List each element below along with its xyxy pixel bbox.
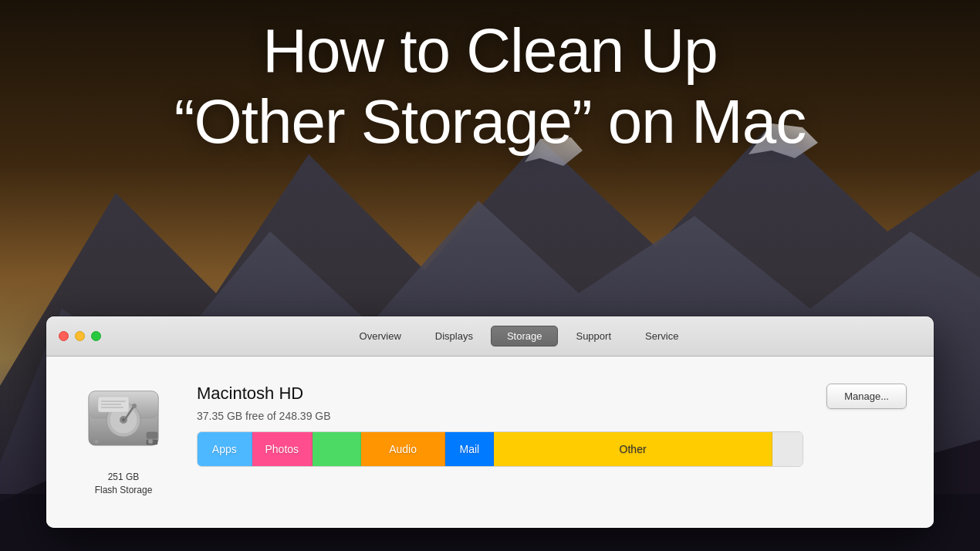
segment-other-label: Other <box>620 443 647 455</box>
tab-storage[interactable]: Storage <box>491 326 559 346</box>
segment-green[interactable] <box>313 432 361 466</box>
drive-capacity-label: 251 GB Flash Storage <box>95 471 153 497</box>
segment-photos-label: Photos <box>265 443 299 455</box>
segment-audio[interactable]: Audio <box>361 432 446 466</box>
segment-other[interactable]: Other <box>494 432 772 466</box>
drive-area: 251 GB Flash Storage <box>73 380 174 497</box>
title-bar: Overview Displays Storage Support Servic… <box>46 316 934 357</box>
drive-type: Flash Storage <box>95 484 153 497</box>
drive-info: Macintosh HD 37.35 GB free of 248.39 GB … <box>197 380 803 467</box>
drive-name: Macintosh HD <box>197 384 803 404</box>
title-line2: “Other Storage” on Mac <box>0 86 980 157</box>
svg-rect-19 <box>147 432 157 438</box>
svg-point-12 <box>122 418 125 421</box>
drive-free-space: 37.35 GB free of 248.39 GB <box>197 410 803 422</box>
segment-mail[interactable]: Mail <box>445 432 494 466</box>
svg-point-14 <box>132 404 137 408</box>
segment-apps[interactable]: Apps <box>198 432 252 466</box>
page-title: How to Clean Up “Other Storage” on Mac <box>0 15 980 157</box>
svg-point-22 <box>148 439 153 444</box>
maximize-button[interactable] <box>91 331 101 341</box>
tab-overview[interactable]: Overview <box>343 326 417 346</box>
segment-free <box>772 432 803 466</box>
tab-service[interactable]: Service <box>629 326 694 346</box>
manage-area: Manage... <box>826 380 907 409</box>
drive-capacity: 251 GB <box>95 471 153 484</box>
svg-point-21 <box>94 439 99 444</box>
title-line1: How to Clean Up <box>0 15 980 86</box>
manage-button[interactable]: Manage... <box>826 384 907 409</box>
tab-displays[interactable]: Displays <box>419 326 489 346</box>
segment-mail-label: Mail <box>459 443 479 455</box>
segment-apps-label: Apps <box>212 443 237 455</box>
tab-bar: Overview Displays Storage Support Servic… <box>117 326 921 346</box>
drive-icon <box>81 380 166 465</box>
segment-audio-label: Audio <box>389 443 417 455</box>
segment-photos[interactable]: Photos <box>252 432 313 466</box>
close-button[interactable] <box>59 331 69 341</box>
window-content: 251 GB Flash Storage Macintosh HD 37.35 … <box>46 357 934 528</box>
tab-support[interactable]: Support <box>559 326 627 346</box>
traffic-lights <box>59 331 101 341</box>
mac-window: Overview Displays Storage Support Servic… <box>46 316 934 528</box>
minimize-button[interactable] <box>75 331 85 341</box>
storage-bar: Apps Photos Audio Mail Other <box>197 431 803 467</box>
